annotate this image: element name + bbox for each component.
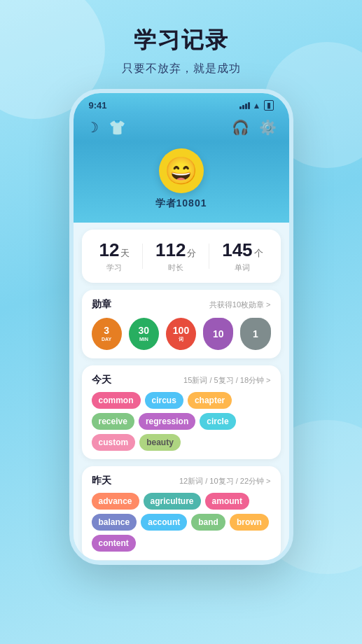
stat-words-label: 单词 [235, 262, 250, 273]
word-tag[interactable]: band [191, 514, 225, 531]
today-title: 今天 [92, 374, 111, 386]
stat-words: 145 个 单词 [222, 239, 263, 273]
page-title: 学习记录 [134, 25, 229, 56]
badge-1: 30 MIN [129, 318, 159, 350]
word-tag[interactable]: circus [145, 392, 183, 409]
status-time: 9:41 [89, 100, 107, 111]
stats-card: 12 天 学习 112 分 时长 145 个 单词 [82, 230, 281, 283]
stat-days-label: 学习 [106, 262, 122, 273]
shirt-icon[interactable]: 👕 [109, 119, 126, 136]
word-tag[interactable]: brown [230, 514, 269, 531]
stat-days-value: 12 [99, 239, 119, 261]
word-tag[interactable]: regression [139, 413, 195, 430]
badge-2: 100 词 [166, 318, 196, 350]
badges-card: 勋章 共获得10枚勋章 > 3 DAY 30 MIN 100 词 10 [82, 290, 281, 358]
today-card: 今天 15新词 / 5复习 / 18分钟 > common circus cha… [82, 365, 281, 459]
profile-section: 😄 学者10801 [74, 141, 289, 223]
today-link[interactable]: 15新词 / 5复习 / 18分钟 > [183, 375, 270, 386]
status-icons: ▲ ▮ [239, 100, 274, 111]
stat-minutes-unit: 分 [187, 247, 196, 260]
avatar-emoji: 😄 [165, 155, 197, 186]
stat-words-value: 145 [222, 239, 252, 261]
stat-minutes-label: 时长 [168, 262, 183, 273]
stat-minutes: 112 分 时长 [155, 239, 196, 273]
stat-days: 12 天 学习 [99, 239, 130, 273]
yesterday-header: 昨天 12新词 / 10复习 / 22分钟 > [92, 475, 271, 487]
badges-title: 勋章 [92, 298, 111, 311]
badge-0: 3 DAY [92, 318, 122, 350]
yesterday-words: advance agriculture amount balance accou… [92, 493, 271, 552]
word-tag[interactable]: account [141, 514, 187, 531]
moon-icon[interactable]: ☽ [86, 119, 99, 136]
username: 学者10801 [155, 197, 207, 210]
settings-icon[interactable]: ⚙️ [259, 119, 277, 136]
today-header: 今天 15新词 / 5复习 / 18分钟 > [92, 374, 271, 386]
nav-left: ☽ 👕 [86, 119, 126, 136]
stat-days-unit: 天 [120, 247, 130, 260]
stat-words-unit: 个 [254, 247, 263, 260]
phone-frame: 9:41 ▲ ▮ ☽ 👕 🎧 ⚙️ 😄 学者10801 [69, 89, 293, 565]
word-tag[interactable]: custom [92, 434, 136, 451]
top-nav: ☽ 👕 🎧 ⚙️ [74, 113, 289, 141]
word-tag[interactable]: beauty [139, 434, 181, 451]
word-tag[interactable]: common [92, 392, 141, 409]
headphone-icon[interactable]: 🎧 [232, 119, 249, 136]
badges-row: 3 DAY 30 MIN 100 词 10 1 [92, 318, 271, 350]
scroll-content: 12 天 学习 112 分 时长 145 个 单词 [74, 223, 289, 565]
wifi-icon: ▲ [253, 101, 261, 111]
yesterday-card: 昨天 12新词 / 10复习 / 22分钟 > advance agricult… [82, 466, 281, 560]
word-tag[interactable]: receive [92, 413, 134, 430]
word-tag[interactable]: balance [92, 514, 137, 531]
word-tag[interactable]: agriculture [144, 493, 201, 510]
badges-header: 勋章 共获得10枚勋章 > [92, 298, 271, 311]
badges-link[interactable]: 共获得10枚勋章 > [209, 300, 271, 310]
status-bar: 9:41 ▲ ▮ [74, 93, 289, 113]
word-tag[interactable]: chapter [188, 392, 232, 409]
word-tag[interactable]: amount [205, 493, 249, 510]
word-tag[interactable]: content [92, 535, 136, 552]
page-subtitle: 只要不放弃，就是成功 [122, 62, 241, 76]
yesterday-link[interactable]: 12新词 / 10复习 / 22分钟 > [179, 476, 271, 486]
word-tag[interactable]: circle [200, 413, 235, 430]
stat-divider-2 [209, 244, 209, 269]
avatar: 😄 [159, 148, 204, 193]
word-tag[interactable]: advance [92, 493, 139, 510]
nav-right: 🎧 ⚙️ [232, 119, 277, 136]
stat-divider-1 [142, 244, 143, 269]
today-words: common circus chapter receive regression… [92, 392, 271, 451]
yesterday-title: 昨天 [92, 475, 111, 487]
signal-icon [239, 102, 250, 109]
battery-icon: ▮ [264, 100, 274, 111]
badge-3: 10 [203, 318, 233, 350]
stat-minutes-value: 112 [155, 239, 186, 261]
badge-4: 1 [240, 318, 270, 350]
